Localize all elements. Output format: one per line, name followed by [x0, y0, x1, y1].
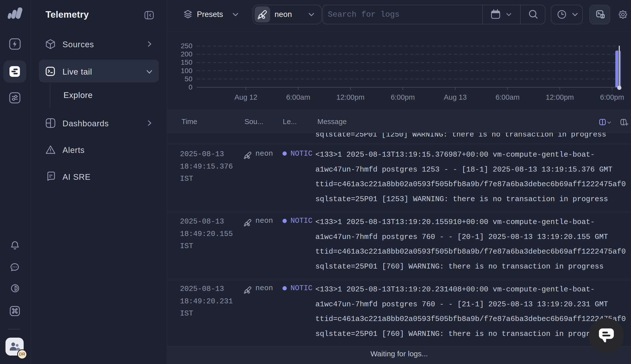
svg-text:6:00am: 6:00am	[496, 93, 520, 101]
svg-text:6:00pm: 6:00pm	[600, 93, 624, 101]
svg-text:250: 250	[181, 42, 192, 50]
svg-text:Aug 13: Aug 13	[444, 93, 467, 101]
svg-text:6:00am: 6:00am	[286, 93, 310, 101]
svg-text:12:00pm: 12:00pm	[337, 93, 365, 101]
svg-text:200: 200	[181, 50, 192, 58]
svg-text:50: 50	[185, 75, 192, 83]
svg-text:0: 0	[188, 83, 192, 91]
svg-text:150: 150	[181, 58, 192, 66]
svg-text:6:00pm: 6:00pm	[391, 93, 415, 101]
svg-text:12:00pm: 12:00pm	[546, 93, 574, 101]
svg-text:100: 100	[181, 67, 192, 74]
svg-text:Aug 12: Aug 12	[234, 93, 257, 101]
